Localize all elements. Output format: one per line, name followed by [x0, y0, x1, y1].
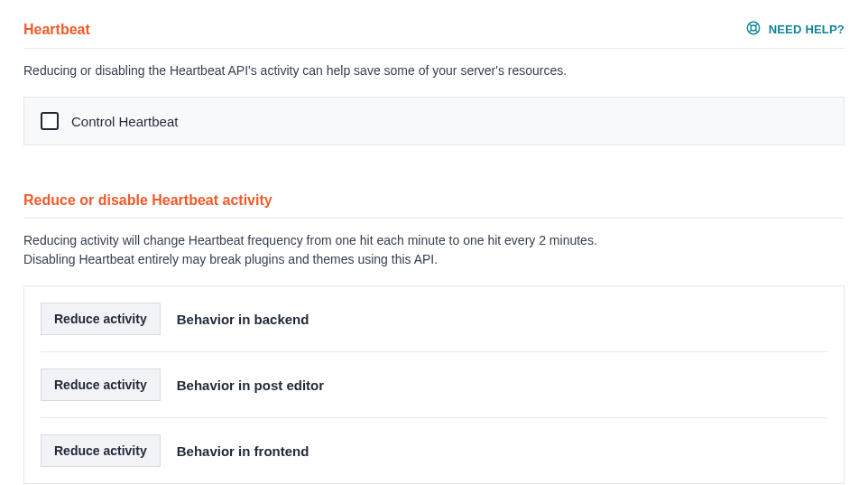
section-heartbeat: Heartbeat NEED HELP? Reducing or disabli… [23, 20, 845, 145]
behavior-backend-label: Behavior in backend [177, 312, 309, 327]
control-heartbeat-checkbox[interactable] [41, 112, 59, 130]
section-description-2: Reducing activity will change Heartbeat … [23, 231, 845, 269]
svg-line-5 [755, 30, 758, 33]
section-header: Heartbeat NEED HELP? [23, 20, 845, 49]
behavior-posteditor-select[interactable]: Reduce activity [41, 368, 161, 401]
svg-line-3 [755, 23, 758, 26]
lifebuoy-icon [745, 20, 762, 39]
behavior-posteditor-row: Reduce activity Behavior in post editor [41, 352, 827, 418]
svg-point-1 [751, 25, 756, 31]
svg-line-2 [749, 23, 752, 26]
control-heartbeat-panel: Control Heartbeat [23, 97, 845, 145]
desc-line2: Disabling Heartbeat entirely may break p… [23, 252, 438, 266]
behavior-posteditor-label: Behavior in post editor [177, 378, 324, 393]
control-heartbeat-label: Control Heartbeat [71, 114, 178, 129]
section-title-reduce: Reduce or disable Heartbeat activity [23, 192, 272, 209]
control-heartbeat-row: Control Heartbeat [41, 112, 827, 130]
section-description: Reducing or disabling the Heartbeat API'… [23, 61, 845, 80]
svg-line-4 [749, 30, 752, 33]
section-reduce-heartbeat: Reduce or disable Heartbeat activity Red… [23, 192, 845, 484]
behavior-frontend-label: Behavior in frontend [177, 443, 309, 459]
section-title-heartbeat: Heartbeat [23, 22, 90, 38]
heartbeat-settings-panel: Reduce activity Behavior in backend Redu… [23, 285, 845, 484]
behavior-frontend-row: Reduce activity Behavior in frontend [41, 418, 827, 483]
behavior-backend-select[interactable]: Reduce activity [41, 303, 161, 335]
behavior-backend-row: Reduce activity Behavior in backend [41, 286, 827, 352]
behavior-frontend-select[interactable]: Reduce activity [41, 434, 161, 467]
need-help-label: NEED HELP? [769, 23, 845, 36]
desc-line1: Reducing activity will change Heartbeat … [23, 233, 597, 247]
need-help-link[interactable]: NEED HELP? [745, 20, 845, 39]
section-header-2: Reduce or disable Heartbeat activity [23, 192, 845, 219]
